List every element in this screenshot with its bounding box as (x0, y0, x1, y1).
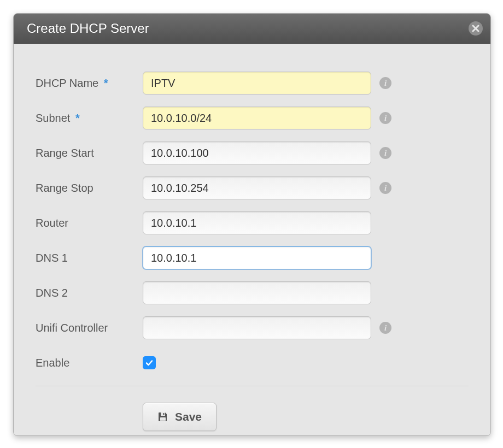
dns2-input[interactable] (143, 281, 371, 304)
info-icon[interactable]: i (379, 182, 391, 194)
modal-title: Create DHCP Server (27, 21, 149, 36)
close-button[interactable] (469, 21, 483, 36)
label-dns1: DNS 1 (36, 252, 143, 264)
dns1-input[interactable] (143, 246, 371, 269)
modal-body: DHCP Name * i Subnet * i Ra (14, 44, 490, 436)
label-text: DHCP Name (36, 77, 98, 89)
row-router: Router (36, 211, 469, 235)
info-icon[interactable]: i (379, 112, 391, 124)
label-enable: Enable (36, 357, 143, 369)
unifi-controller-input[interactable] (143, 316, 371, 339)
range-start-input[interactable] (143, 142, 371, 164)
divider (36, 386, 469, 386)
label-range-start: Range Start (36, 147, 143, 160)
row-dns1: DNS 1 (36, 246, 469, 270)
row-dhcp-name: DHCP Name * i (36, 71, 469, 95)
label-range-stop: Range Stop (36, 182, 143, 194)
enable-checkbox[interactable] (143, 356, 156, 369)
subnet-input[interactable] (143, 107, 371, 129)
svg-rect-2 (160, 417, 166, 421)
info-icon[interactable]: i (379, 147, 391, 159)
required-marker: * (104, 77, 108, 89)
info-icon[interactable]: i (379, 322, 391, 334)
label-dns2: DNS 2 (36, 287, 143, 299)
save-button[interactable]: Save (143, 403, 217, 431)
create-dhcp-server-modal: Create DHCP Server DHCP Name * i Subnet (13, 13, 491, 436)
router-input[interactable] (143, 211, 371, 234)
range-stop-input[interactable] (143, 176, 371, 199)
row-subnet: Subnet * i (36, 106, 469, 130)
svg-rect-1 (163, 413, 165, 415)
label-dhcp-name: DHCP Name * (36, 77, 143, 90)
row-range-start: Range Start i (36, 141, 469, 165)
button-row: Save (36, 403, 469, 431)
label-unifi-controller: Unifi Controller (36, 322, 143, 334)
svg-rect-0 (161, 412, 165, 416)
save-button-label: Save (175, 410, 202, 423)
close-icon (472, 25, 479, 32)
label-text: Subnet (36, 112, 70, 124)
row-enable: Enable (36, 351, 469, 375)
dhcp-name-input[interactable] (143, 72, 371, 95)
label-router: Router (36, 217, 143, 229)
required-marker: * (75, 112, 80, 124)
row-dns2: DNS 2 (36, 281, 469, 305)
check-icon (145, 358, 154, 367)
row-unifi-controller: Unifi Controller i (36, 316, 469, 340)
label-subnet: Subnet * (36, 112, 143, 125)
row-range-stop: Range Stop i (36, 176, 469, 200)
save-icon (157, 411, 168, 422)
info-icon[interactable]: i (379, 77, 391, 89)
modal-titlebar: Create DHCP Server (14, 14, 490, 44)
